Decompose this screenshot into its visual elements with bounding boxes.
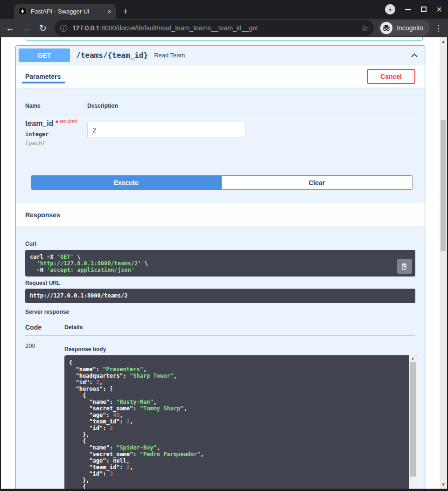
- method-badge: GET: [19, 48, 70, 62]
- maximize-icon[interactable]: [421, 7, 427, 12]
- parameters-header: Parameters Cancel: [16, 65, 425, 88]
- team-id-input[interactable]: [87, 122, 246, 138]
- clipboard-icon: [401, 263, 408, 270]
- tab-parameters[interactable]: Parameters: [25, 65, 61, 88]
- column-name: Name: [25, 103, 87, 109]
- swagger-page: GET /teams/{team_id} Read Team Parameter…: [1, 37, 447, 489]
- details-column-header: Details: [64, 324, 83, 331]
- incognito-label: Incognito: [397, 24, 423, 32]
- page-scrollbar-thumb[interactable]: [441, 120, 446, 251]
- status-code: 200: [25, 342, 64, 489]
- curl-label: Curl: [25, 241, 415, 247]
- parameter-row: team_id *required integer (path): [25, 113, 415, 146]
- minimize-icon[interactable]: [405, 9, 411, 10]
- url-host: 127.0.0.1: [72, 24, 99, 32]
- responses-body: Curl curl -X 'GET' \ 'http://127.0.0.1:8…: [16, 227, 425, 489]
- column-description: Description: [87, 103, 118, 109]
- url-rest: :8000/docs#/default/read_team_teams__tea…: [99, 24, 258, 32]
- page-scrollbar[interactable]: ▲ ▼: [440, 37, 447, 489]
- request-url-value: http://127.0.0.1:8000/teams/2: [25, 289, 415, 303]
- tab-close-icon[interactable]: ×: [107, 8, 112, 15]
- back-icon[interactable]: ←: [6, 24, 14, 33]
- required-label: required: [60, 119, 77, 124]
- new-tab-button[interactable]: +: [123, 6, 128, 16]
- clear-button[interactable]: Clear: [222, 175, 413, 190]
- parameter-value-cell: [87, 119, 246, 146]
- tab-search-icon[interactable]: ▾: [385, 4, 395, 14]
- responses-title: Responses: [25, 211, 60, 219]
- curl-command[interactable]: curl -X 'GET' \ 'http://127.0.0.1:8000/t…: [25, 250, 415, 277]
- response-row: 200 Response body { "name": "Preventers"…: [25, 342, 415, 489]
- execute-button[interactable]: Execute: [31, 175, 222, 190]
- window-close-icon[interactable]: ×: [436, 5, 442, 14]
- tab-title: FastAPI - Swagger UI: [31, 8, 105, 15]
- response-body-container: { "name": "Preventers", "headquarters": …: [64, 355, 417, 489]
- browser-tab[interactable]: FastAPI - Swagger UI ×: [14, 4, 116, 19]
- response-body-json: { "name": "Preventers", "headquarters": …: [64, 355, 417, 489]
- parameter-location: (path): [25, 140, 87, 146]
- response-scrollbar-thumb[interactable]: [410, 362, 416, 477]
- incognito-spy-icon: [380, 22, 392, 34]
- previous-opblock-edge[interactable]: [26, 37, 423, 41]
- parameter-name: team_id: [25, 119, 53, 127]
- browser-menu-icon[interactable]: ⋮: [434, 23, 442, 33]
- responses-header: Responses: [16, 203, 425, 227]
- required-asterisk: *: [56, 119, 58, 127]
- address-bar[interactable]: i 127.0.0.1:8000/docs#/default/read_team…: [55, 20, 374, 36]
- fastapi-favicon-icon: [18, 7, 27, 15]
- parameters-column-headers: Name Description: [25, 103, 415, 113]
- forward-icon[interactable]: →: [22, 24, 31, 33]
- parameters-body: Name Description team_id *required integ…: [16, 88, 425, 203]
- browser-toolbar: ← → ↻ i 127.0.0.1:8000/docs#/default/rea…: [0, 19, 448, 37]
- scrollbar-up-icon[interactable]: ▲: [409, 356, 417, 360]
- response-body-label: Response body: [64, 346, 417, 353]
- url-text[interactable]: 127.0.0.1:8000/docs#/default/read_team_t…: [72, 24, 357, 32]
- response-details-cell: Response body { "name": "Preventers", "h…: [64, 342, 417, 489]
- parameters-title: Parameters: [25, 73, 61, 80]
- reload-icon[interactable]: ↻: [39, 24, 47, 33]
- cancel-button[interactable]: Cancel: [367, 69, 415, 84]
- opblock-get-read-team: GET /teams/{team_id} Read Team Parameter…: [15, 45, 425, 489]
- response-table-headers: Code Details: [25, 324, 415, 336]
- request-url-label: Request URL: [25, 280, 415, 286]
- parameter-type: integer: [25, 131, 87, 138]
- page-scroll-down-icon[interactable]: ▼: [440, 482, 447, 487]
- collapse-chevron-icon[interactable]: [410, 51, 419, 60]
- incognito-badge: Incognito: [378, 20, 430, 36]
- operation-summary-text: Read Team: [154, 52, 410, 59]
- browser-titlebar: FastAPI - Swagger UI × + ▾ ×: [0, 0, 448, 19]
- execute-button-group: Execute Clear: [31, 175, 413, 190]
- operation-summary[interactable]: GET /teams/{team_id} Read Team: [16, 46, 425, 65]
- operation-path: /teams/{team_id}: [76, 51, 148, 60]
- site-info-icon[interactable]: i: [60, 25, 67, 32]
- window-controls: ▾ ×: [385, 0, 442, 19]
- code-column-header: Code: [25, 324, 64, 331]
- bookmark-star-icon[interactable]: ☆: [361, 23, 368, 33]
- parameter-name-cell: team_id *required integer (path): [25, 119, 87, 146]
- server-response-label: Server response: [25, 309, 415, 315]
- page-scroll-up-icon[interactable]: ▲: [440, 39, 447, 44]
- response-body-scrollbar[interactable]: ▲: [409, 355, 417, 489]
- copy-to-clipboard-button[interactable]: [397, 259, 412, 274]
- curl-container: curl -X 'GET' \ 'http://127.0.0.1:8000/t…: [25, 250, 415, 277]
